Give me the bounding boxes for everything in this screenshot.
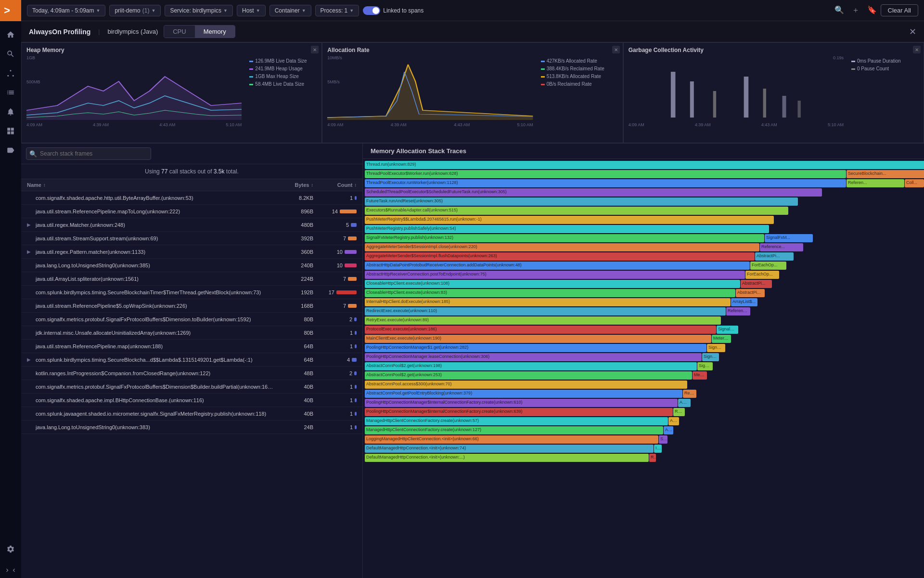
flame-block[interactable]: Abstra... [668, 417, 679, 425]
flame-block[interactable]: ProtocolExec.execute(unknown:186) [365, 326, 716, 334]
flame-block[interactable]: InternalHttpClient.doExecute(unknown:185… [365, 298, 731, 306]
flame-block[interactable]: Meter.ma... [712, 335, 731, 343]
container-dropdown[interactable]: Container ▼ [270, 5, 311, 16]
flame-block[interactable]: PushMeterRegistry$$Lambda$.207465615.run… [365, 216, 774, 224]
table-row[interactable]: ▶ com.splunk.birdlympics.timing.SecureBl… [21, 353, 362, 367]
time-range-dropdown[interactable]: Today, 4:09am - 5:09am ▼ [27, 5, 105, 16]
sidebar-icon-settings[interactable] [1, 540, 20, 558]
table-row[interactable]: java.util.stream.ReferencePipeline.mapTo… [21, 205, 362, 218]
flame-block[interactable]: ScheduledThreadPoolExecutor$ScheduledFut… [365, 188, 822, 197]
flame-block[interactable]: CloseableHttpClient.execute(unknown:83) [365, 289, 735, 297]
flame-block[interactable]: PoolingHttpConnectionManager$InternalCon… [365, 399, 678, 407]
table-row[interactable]: java.util.stream.ReferencePipeline$5.opW… [21, 299, 362, 313]
flame-block[interactable]: Referen... [847, 179, 904, 187]
clear-all-button[interactable]: Clear All [881, 4, 918, 16]
expand-icon[interactable]: ▶ [27, 249, 34, 254]
flame-block[interactable]: AbstractConnPool$2.get(unknown:198) [365, 362, 697, 370]
table-row[interactable]: java.util.stream.ReferencePipeline.map(u… [21, 340, 362, 353]
flame-block[interactable]: SignalFxM... [765, 234, 813, 242]
close-button[interactable]: ✕ [909, 27, 916, 36]
flame-block[interactable]: AbstractPi... [755, 252, 794, 261]
flame-block[interactable]: SignalFxM... [717, 326, 738, 334]
flame-block[interactable]: ForEachOp... [745, 271, 779, 279]
flame-block[interactable]: ArrayList$... [731, 298, 757, 306]
col-count-header[interactable]: Count ↕ [313, 182, 357, 188]
flame-block[interactable]: AggregateMeterSender$SessionImpl.close(u… [365, 243, 759, 251]
flame-block[interactable]: FutureTask.runAndReset(unknown:305) [365, 197, 798, 206]
search-input[interactable] [26, 147, 151, 160]
flame-block[interactable]: CloseableHttpClient.execute(unknown:108) [365, 280, 740, 288]
process-dropdown[interactable]: Process: 1 ▼ [315, 5, 359, 16]
flame-block[interactable]: ThreadPoolExecutor.runWorker(unknown:112… [365, 179, 846, 187]
flame-block[interactable]: Thread.run(unknown:829) [365, 161, 924, 169]
table-row[interactable]: com.signalfx.metrics.protobuf.SignalFxPr… [21, 313, 362, 326]
flame-block[interactable]: AbstractConnPool$2.get(unknown:253) [365, 371, 692, 380]
table-row[interactable]: ▶ java.util.regex.Matcher.(unknown:248) … [21, 218, 362, 232]
flame-block[interactable]: SignalFxMeterRegistry.publish(unknown:13… [365, 234, 764, 242]
expand-icon[interactable]: ▶ [27, 357, 34, 362]
flame-chart[interactable]: Thread.run(unknown:829)SecureBlockchainT… [363, 159, 924, 578]
flame-block[interactable]: Spliter... [659, 435, 667, 444]
table-row[interactable]: ▶ java.util.regex.Pattern.matcher(unknow… [21, 245, 362, 259]
table-row[interactable]: java.lang.Long.toUnsignedString0(unknown… [21, 420, 362, 434]
flame-block[interactable]: PoolingHttpConnectionManager$InternalCon… [365, 408, 673, 416]
flame-block[interactable]: RedirectExec.execute(unknown:110) [365, 307, 726, 315]
flame-block[interactable]: ForEachOp... [750, 262, 786, 270]
flame-block[interactable]: AbstractPi... [736, 289, 765, 297]
flame-block[interactable]: SignalFx... [707, 344, 725, 352]
flame-block[interactable]: PoolingHttpConnectionManager.leaseConnec… [365, 353, 702, 361]
sidebar-icon-alerts[interactable] [1, 103, 20, 120]
flame-block[interactable]: ManagedHttpClientConnectionFactory.creat… [365, 417, 668, 425]
flame-block[interactable]: AbstractConnPool.getPoolEntryBlocking(un… [365, 390, 682, 398]
table-row[interactable]: java.lang.Long.toUnsignedString0(unknown… [21, 259, 362, 272]
allocation-chart-close[interactable]: ✕ [612, 46, 620, 53]
flame-block[interactable]: MainClientExec.execute(unknown:190) [365, 335, 711, 343]
flame-block[interactable]: Reduc... [673, 408, 685, 416]
flame-block[interactable]: PoolingHttpConnectionManager$1.get(unkno… [365, 344, 706, 352]
table-row[interactable]: java.util.ArrayList.spliterator(unknown:… [21, 272, 362, 286]
flame-block[interactable]: AbstractHttpReceiverConnection.postToEnd… [365, 271, 745, 279]
demo-dropdown[interactable]: priit-demo (1) ▼ [109, 5, 161, 16]
flame-block[interactable]: LoggingManagedHttpClientConnection.<init… [365, 435, 658, 444]
flame-block[interactable]: Refer... [649, 454, 656, 462]
table-row[interactable]: com.signalfx.shaded.apache.http.util.Byt… [21, 191, 362, 205]
expand-icon[interactable]: ▶ [27, 222, 34, 227]
table-row[interactable]: com.signalfx.metrics.protobuf.SignalFxPr… [21, 380, 362, 394]
table-row[interactable]: com.splunk.javaagent.shaded.io.micromete… [21, 407, 362, 420]
flame-block[interactable]: ManagedHttpClientConnectionFactory.creat… [365, 426, 663, 434]
flame-block[interactable]: AggregateMeterSender$SessionImpl.flushDa… [365, 252, 755, 261]
flame-block[interactable]: SignalFx... [702, 353, 719, 361]
col-bytes-header[interactable]: Bytes ↕ [275, 182, 313, 188]
linked-spans-toggle[interactable] [363, 6, 380, 15]
sidebar-icon-tags[interactable] [1, 142, 20, 159]
flame-block[interactable]: PushMeterRegistry.publishSafely(unknown:… [365, 225, 769, 233]
flame-block[interactable]: AbstractHttpDataPointProtobudReceiverCon… [365, 262, 750, 270]
flame-block[interactable]: AbstractConnPool.access$300(unknown:70) [365, 381, 687, 389]
flame-block[interactable]: DefaultManagedHttpConnection.<init>(unkn… [365, 454, 649, 462]
flame-block[interactable]: Meter... [693, 371, 707, 380]
sidebar-icon-home[interactable] [1, 26, 20, 43]
tab-memory[interactable]: Memory [195, 26, 235, 38]
flame-block[interactable]: DefaultManagedHttpConnection.<init>(unkn… [365, 445, 654, 453]
flame-block[interactable]: Refere... [683, 390, 696, 398]
flame-block[interactable]: Abstra... [664, 426, 673, 434]
bookmark-icon[interactable]: 🔖 [867, 5, 877, 15]
sidebar-icon-list[interactable] [1, 84, 20, 101]
table-row[interactable]: jdk.internal.misc.Unsafe.allocateUniniti… [21, 326, 362, 340]
flame-block[interactable]: Signal... [697, 362, 713, 370]
flame-block[interactable]: SecureBlockchain... [847, 170, 924, 178]
flame-block[interactable]: Coll... [905, 179, 924, 187]
sidebar-expand-btn[interactable] [1, 563, 20, 578]
sidebar-icon-dashboards[interactable] [1, 122, 20, 140]
table-row[interactable]: kotlin.ranges.IntProgression$Companion.f… [21, 367, 362, 380]
flame-block[interactable]: Reference... [760, 243, 803, 251]
add-icon[interactable]: ＋ [852, 5, 860, 15]
flame-block[interactable]: Iteratio... [654, 445, 662, 453]
table-row[interactable]: java.util.stream.StreamSupport.stream(un… [21, 232, 362, 245]
host-dropdown[interactable]: Host ▼ [237, 5, 266, 16]
flame-block[interactable]: Abstra... [678, 399, 691, 407]
app-logo[interactable]: > [0, 0, 21, 21]
flame-block[interactable]: Executors$RunnableAdapter.call(unknown:5… [365, 207, 788, 215]
heap-chart-close[interactable]: ✕ [311, 46, 319, 53]
col-name-header[interactable]: Name ↕ [27, 182, 275, 188]
